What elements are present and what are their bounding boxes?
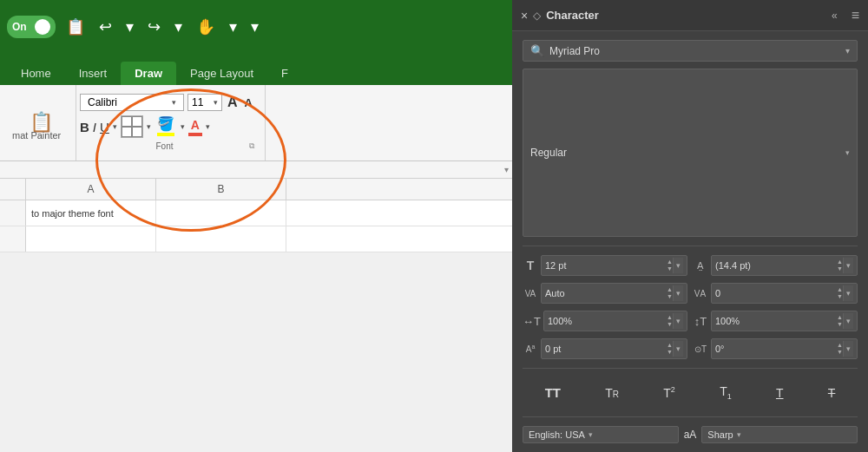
font-search-row[interactable]: 🔍 Myriad Pro ▾ bbox=[523, 40, 858, 62]
undo-arrow-icon: ▾ bbox=[122, 14, 137, 40]
panel-header: × ◇ Character « ≡ bbox=[512, 0, 868, 31]
tab-pagelayout[interactable]: Page Layout bbox=[176, 62, 267, 85]
italic-button[interactable]: I bbox=[93, 120, 96, 134]
strikethrough-button[interactable]: T bbox=[821, 383, 843, 403]
underline-arrow[interactable]: ▾ bbox=[113, 122, 117, 131]
search-icon: 🔍 bbox=[530, 44, 544, 57]
table-row-2 bbox=[0, 226, 512, 252]
borders-arrow[interactable]: ▾ bbox=[147, 122, 151, 131]
tracking-field[interactable]: 0 ▲ ▼ ▾ bbox=[711, 283, 858, 304]
h-scale-dropdown-btn[interactable]: ▾ bbox=[673, 313, 683, 329]
tab-draw[interactable]: Draw bbox=[121, 62, 176, 85]
font-name-value: Calibri bbox=[88, 96, 117, 108]
redo-icon[interactable]: ↪ bbox=[144, 14, 164, 40]
font-shrink-button[interactable]: A bbox=[243, 95, 254, 111]
antialiasing-dropdown[interactable]: Sharp ▾ bbox=[701, 426, 858, 443]
cell-a2[interactable] bbox=[26, 226, 156, 252]
rotation-dropdown-btn[interactable]: ▾ bbox=[843, 341, 853, 357]
font-name-row: Calibri ▾ 11 ▾ A A bbox=[80, 93, 254, 112]
h-scale-arrows: ▲ ▼ bbox=[667, 314, 673, 329]
h-scale-field[interactable]: 100% ▲ ▼ ▾ bbox=[543, 311, 687, 331]
toggle-on-switch[interactable]: On bbox=[7, 16, 56, 38]
tab-f[interactable]: F bbox=[267, 62, 302, 85]
font-style-dropdown[interactable]: Regular ▾ bbox=[523, 69, 858, 237]
leading-arrows: ▲ ▼ bbox=[837, 259, 843, 273]
language-value: English: USA bbox=[529, 429, 585, 440]
toggle-label: On bbox=[12, 21, 27, 33]
antialiasing-value: Sharp bbox=[707, 429, 733, 440]
panel-close-button[interactable]: × bbox=[521, 9, 528, 23]
font-style-caret: ▾ bbox=[845, 148, 850, 157]
panel-title-icon: ◇ bbox=[533, 10, 541, 22]
fill-arrow[interactable]: ▾ bbox=[181, 122, 185, 131]
language-dropdown[interactable]: English: USA ▾ bbox=[523, 426, 679, 443]
font-size-icon: T bbox=[523, 259, 538, 272]
borders-button[interactable] bbox=[121, 115, 143, 138]
kern-dropdown-btn[interactable]: ▾ bbox=[673, 285, 683, 301]
font-size-dropdown[interactable]: 11 ▾ bbox=[187, 94, 222, 111]
scale-row: ↔T 100% ▲ ▼ ▾ ↕T 100% ▲ ▼ bbox=[523, 311, 858, 331]
rotation-field[interactable]: 0° ▲ ▼ ▾ bbox=[711, 338, 858, 359]
font-label-row: Font ⧉ bbox=[80, 141, 254, 153]
touch-icon[interactable]: ✋ bbox=[193, 14, 219, 40]
font-size-dropdown-btn[interactable]: ▾ bbox=[673, 258, 683, 273]
v-scale-dropdown-btn[interactable]: ▾ bbox=[843, 313, 853, 329]
all-caps-button[interactable]: TT bbox=[538, 382, 568, 403]
tab-insert[interactable]: Insert bbox=[65, 62, 122, 85]
top-toolbar: On 📋 ↩ ▾ ↪ ▾ ✋ ▾ ▾ bbox=[0, 0, 512, 54]
font-size-field[interactable]: 12 pt ▲ ▼ ▾ bbox=[541, 255, 687, 276]
tab-home[interactable]: Home bbox=[7, 62, 65, 85]
kern-field[interactable]: Auto ▲ ▼ ▾ bbox=[541, 283, 687, 304]
v-scale-field[interactable]: 100% ▲ ▼ ▾ bbox=[711, 311, 858, 331]
baseline-icon: Aa bbox=[523, 344, 538, 354]
font-style-value: Regular bbox=[530, 147, 567, 159]
baseline-group: Aa 0 pt ▲ ▼ ▾ bbox=[523, 338, 687, 359]
tracking-group: VA 0 ▲ ▼ ▾ bbox=[693, 283, 858, 304]
row-number bbox=[0, 200, 26, 226]
underline-type-button[interactable]: T bbox=[769, 383, 791, 403]
customize-icon[interactable]: ▾ bbox=[247, 14, 262, 40]
fill-color-button[interactable]: 🪣 bbox=[155, 115, 177, 138]
superscript-button[interactable]: T2 bbox=[656, 382, 682, 403]
aa-label: aA bbox=[684, 429, 697, 441]
font-color-button[interactable]: A bbox=[188, 118, 202, 136]
clipboard-icon[interactable]: 📋 bbox=[62, 14, 89, 40]
panel-title: Character bbox=[546, 9, 599, 22]
font-group-label: Font bbox=[155, 141, 173, 151]
bold-button[interactable]: B bbox=[80, 120, 89, 134]
font-grow-button[interactable]: A bbox=[226, 93, 240, 112]
underline-button[interactable]: U bbox=[100, 120, 109, 134]
touch-arrow-icon: ▾ bbox=[226, 14, 240, 40]
panel-header-left: × ◇ Character bbox=[521, 9, 599, 23]
undo-icon[interactable]: ↩ bbox=[95, 14, 115, 40]
font-size-group: T 12 pt ▲ ▼ ▾ bbox=[523, 255, 687, 276]
font-color-indicator bbox=[188, 133, 202, 136]
v-scale-icon: ↕T bbox=[693, 315, 708, 328]
panel-collapse-button[interactable]: « bbox=[832, 10, 838, 22]
scroll-arrow-down[interactable]: ▾ bbox=[504, 165, 509, 174]
baseline-dropdown-btn[interactable]: ▾ bbox=[673, 341, 683, 357]
cell-value-a1: to major theme font bbox=[31, 208, 114, 219]
font-dropdown-arrow[interactable]: ▾ bbox=[845, 46, 850, 56]
leading-dropdown-btn[interactable]: ▾ bbox=[843, 258, 853, 273]
font-search-input[interactable]: Myriad Pro bbox=[549, 45, 840, 57]
font-name-dropdown[interactable]: Calibri ▾ bbox=[80, 94, 184, 111]
baseline-field[interactable]: 0 pt ▲ ▼ ▾ bbox=[541, 338, 687, 359]
cell-b2[interactable] bbox=[156, 226, 286, 252]
separator-3 bbox=[523, 416, 858, 417]
panel-menu-button[interactable]: ≡ bbox=[852, 8, 859, 23]
col-header-a: A bbox=[26, 179, 156, 200]
font-name-arrow: ▾ bbox=[172, 98, 176, 107]
baseline-arrows: ▲ ▼ bbox=[667, 342, 673, 357]
h-scale-val: 100% bbox=[548, 316, 667, 326]
formula-bar: ▾ bbox=[0, 161, 512, 179]
font-color-arrow[interactable]: ▾ bbox=[206, 122, 210, 131]
cell-a1[interactable]: to major theme font bbox=[26, 200, 156, 226]
tracking-dropdown-btn[interactable]: ▾ bbox=[843, 285, 853, 301]
cell-b1[interactable] bbox=[156, 200, 286, 226]
subscript-button[interactable]: T1 bbox=[713, 381, 739, 404]
leading-field[interactable]: (14.4 pt) ▲ ▼ ▾ bbox=[711, 255, 858, 276]
rotation-val: 0° bbox=[715, 344, 837, 354]
small-caps-button[interactable]: TR bbox=[598, 383, 626, 403]
font-expand-icon[interactable]: ⧉ bbox=[249, 141, 254, 151]
